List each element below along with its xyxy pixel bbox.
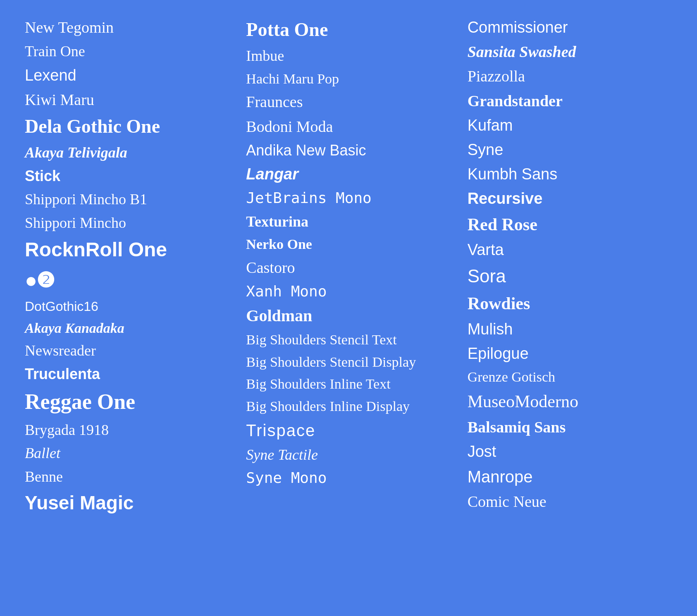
font-item-commissioner[interactable]: Commissioner [468,17,672,38]
font-item-grenze-gotisch[interactable]: Grenze Gotisch [468,367,672,387]
font-item-dela-gothic-one[interactable]: Dela Gothic One [25,113,229,140]
font-item-akaya-telivigala[interactable]: Akaya Telivigala [25,142,229,163]
font-item-epilogue[interactable]: Epilogue [468,343,672,365]
font-item-rowdies[interactable]: Rowdies [468,291,672,316]
font-item-big-shoulders-inline-text[interactable]: Big Shoulders Inline Text [246,374,451,394]
column-1: New TegominTrain OneLexendKiwi MaruDela … [17,12,238,520]
font-item-shippori-mincho-b1[interactable]: Shippori Mincho B1 [25,189,229,210]
font-item-langar[interactable]: Langar [246,163,451,185]
font-item-truculenta[interactable]: Truculenta [25,364,229,384]
font-item-dot-gothic16[interactable]: DotGothic16 [25,297,229,316]
font-item-big-shoulders-inline-display[interactable]: Big Shoulders Inline Display [246,396,451,416]
font-item-big-shoulders-stencil-display[interactable]: Big Shoulders Stencil Display [246,352,451,372]
font-item-brygada-1918[interactable]: Brygada 1918 [25,420,229,440]
font-item-xanh-mono[interactable]: Xanh Mono [246,281,451,302]
font-item-andika-new-basic[interactable]: Andika New Basic [246,140,451,161]
font-item-o2[interactable]: ●❷ [25,266,229,295]
font-item-ballet[interactable]: Ballet [25,443,229,463]
font-item-kufam[interactable]: Kufam [468,115,672,136]
column-3: CommissionerSansita SwashedPiazzollaGran… [459,12,680,520]
font-item-balsamiq-sans[interactable]: Balsamiq Sans [468,416,672,438]
font-item-recursive[interactable]: Recursive [468,188,672,210]
font-item-manrope[interactable]: Manrope [468,465,672,488]
font-item-imbue[interactable]: Imbue [246,45,451,66]
font-item-train-one[interactable]: Train One [25,41,229,62]
font-item-trispace[interactable]: Trispace [246,419,451,442]
font-item-rocknroll-one[interactable]: RocknRoll One [25,236,229,263]
font-item-potta-one[interactable]: Potta One [246,17,451,43]
font-item-big-shoulders-stencil-text[interactable]: Big Shoulders Stencil Text [246,330,451,350]
font-item-sora[interactable]: Sora [468,263,672,289]
font-item-piazzolla[interactable]: Piazzolla [468,65,672,87]
font-item-benne[interactable]: Benne [25,466,229,487]
font-item-bodoni-moda[interactable]: Bodoni Moda [246,116,451,138]
font-item-texturina[interactable]: Texturina [246,211,451,232]
font-item-jost[interactable]: Jost [468,441,672,463]
font-item-lexend[interactable]: Lexend [25,64,229,86]
font-item-museo-moderno[interactable]: MuseoModerno [468,389,672,414]
font-item-red-rose[interactable]: Red Rose [468,212,672,237]
font-item-reggae-one[interactable]: Reggae One [25,387,229,417]
column-2: Potta OneImbueHachi Maru PopFrauncesBodo… [238,12,459,520]
font-item-kiwi-maru[interactable]: Kiwi Maru [25,89,229,111]
font-item-syne-tactile[interactable]: Syne Tactile [246,444,451,465]
font-item-stick[interactable]: Stick [25,166,229,186]
font-item-syne[interactable]: Syne [468,139,672,161]
font-item-castoro[interactable]: Castoro [246,257,451,279]
font-item-newsreader[interactable]: Newsreader [25,340,229,361]
font-item-kumbh-sans[interactable]: Kumbh Sans [468,163,672,185]
font-item-mulish[interactable]: Mulish [468,318,672,340]
font-item-jetbrains-mono[interactable]: JetBrains Mono [246,188,451,208]
font-item-sansita-swashed[interactable]: Sansita Swashed [468,41,672,63]
font-item-varta[interactable]: Varta [468,239,672,261]
font-item-shippori-mincho[interactable]: Shippori Mincho [25,212,229,233]
font-item-nerko-one[interactable]: Nerko One [246,234,451,254]
font-item-comic-neue[interactable]: Comic Neue [468,491,672,513]
font-item-goldman[interactable]: Goldman [246,304,451,327]
font-list-container: New TegominTrain OneLexendKiwi MaruDela … [0,0,697,533]
font-item-syne-mono[interactable]: Syne Mono [246,468,451,488]
font-item-new-tegomin[interactable]: New Tegomin [25,17,229,38]
font-item-akaya-kanadaka[interactable]: Akaya Kanadaka [25,318,229,338]
font-item-hachi-maru-pop[interactable]: Hachi Maru Pop [246,69,451,89]
font-item-grandstander[interactable]: Grandstander [468,90,672,112]
font-item-fraunces[interactable]: Fraunces [246,91,451,113]
font-item-yusei-magic[interactable]: Yusei Magic [25,489,229,516]
